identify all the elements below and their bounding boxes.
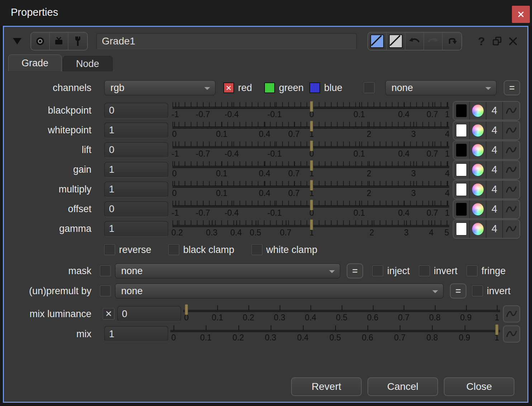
- parameter-slider[interactable]: -1-0.7-0.4-0.100.10.40.71: [172, 199, 449, 219]
- parameter-value-input[interactable]: [104, 123, 168, 138]
- slider-handle[interactable]: [310, 140, 313, 151]
- float-panel-button[interactable]: [489, 33, 505, 49]
- animation-curve-button[interactable]: [503, 141, 519, 159]
- slider-handle[interactable]: [185, 304, 188, 315]
- color-swatch-button[interactable]: [453, 181, 470, 199]
- extra-channels-dropdown[interactable]: none: [385, 80, 497, 95]
- inject-checkbox[interactable]: [372, 266, 383, 276]
- fringe-checkbox[interactable]: [467, 266, 478, 276]
- animation-curve-button[interactable]: [503, 305, 520, 323]
- parameter-value-input[interactable]: [104, 142, 168, 158]
- color-swatch-button[interactable]: [453, 102, 470, 120]
- color-wheel-button[interactable]: [470, 181, 486, 199]
- mask-checkbox[interactable]: [100, 266, 111, 276]
- slider-tick-label: 0.1: [216, 169, 227, 178]
- color-wheel-button[interactable]: [470, 161, 486, 179]
- color-swatch-button[interactable]: [453, 121, 470, 139]
- foreground-color-button[interactable]: [368, 33, 387, 50]
- center-node-button[interactable]: [31, 33, 50, 50]
- tab-grade[interactable]: Grade: [8, 54, 62, 71]
- premult-equals-button[interactable]: =: [450, 283, 466, 298]
- black-clamp-checkbox[interactable]: [168, 244, 179, 255]
- revert-button[interactable]: Revert: [291, 377, 362, 396]
- window-close-button[interactable]: [512, 6, 530, 23]
- premult-checkbox[interactable]: [100, 286, 111, 296]
- monitor-button[interactable]: [50, 33, 68, 50]
- background-color-button[interactable]: [387, 33, 405, 50]
- split-channels-button[interactable]: 4: [486, 102, 503, 120]
- parameter-value-input[interactable]: [104, 103, 168, 119]
- tab-node[interactable]: Node: [63, 56, 113, 71]
- color-wheel-button[interactable]: [470, 141, 486, 159]
- help-button[interactable]: ?: [474, 33, 489, 49]
- parameter-slider[interactable]: 0.20.30.40.50.712345: [172, 219, 449, 239]
- split-channels-button[interactable]: 4: [486, 121, 503, 139]
- slider-handle[interactable]: [310, 180, 313, 191]
- split-channels-button[interactable]: 4: [486, 220, 503, 238]
- parameter-value-input[interactable]: [104, 221, 168, 237]
- invert-mask-checkbox[interactable]: [419, 266, 430, 276]
- mask-equals-button[interactable]: =: [347, 263, 363, 278]
- parameter-widgets: 4: [453, 101, 520, 120]
- split-channels-button[interactable]: 4: [486, 200, 503, 218]
- redo-button[interactable]: [424, 33, 443, 50]
- animation-curve-button[interactable]: [503, 325, 520, 343]
- mix-value-input[interactable]: [104, 326, 168, 342]
- slider-handle[interactable]: [310, 160, 313, 171]
- reverse-checkbox[interactable]: [104, 244, 115, 255]
- slider-handle[interactable]: [310, 200, 313, 210]
- red-channel-checkbox[interactable]: ✕: [223, 82, 234, 93]
- slider-handle[interactable]: [310, 121, 313, 132]
- premult-invert-checkbox[interactable]: [472, 286, 483, 296]
- color-swatch-button[interactable]: [453, 161, 470, 179]
- parameter-slider[interactable]: -1-0.7-0.4-0.100.10.40.71: [172, 140, 449, 160]
- animation-curve-button[interactable]: [503, 161, 519, 179]
- split-channels-button[interactable]: 4: [486, 181, 503, 199]
- blue-channel-checkbox[interactable]: [309, 82, 320, 93]
- wrench-button[interactable]: [68, 33, 87, 50]
- slider-handle[interactable]: [310, 101, 313, 112]
- parameter-slider[interactable]: 00.10.40.71234: [172, 120, 449, 140]
- channels-dropdown[interactable]: rgb: [104, 80, 215, 95]
- color-wheel-button[interactable]: [470, 220, 486, 238]
- mix-slider[interactable]: 00.10.20.30.40.50.60.70.80.91: [170, 324, 500, 344]
- parameter-slider[interactable]: 00.10.40.71234: [172, 180, 449, 199]
- color-swatch-button[interactable]: [453, 200, 470, 218]
- parameter-value-input[interactable]: [104, 201, 168, 217]
- parameter-slider[interactable]: -1-0.7-0.4-0.100.10.40.71: [172, 101, 449, 120]
- extra-channel-checkbox[interactable]: [364, 82, 375, 93]
- color-wheel-button[interactable]: [470, 200, 486, 218]
- parameter-slider[interactable]: 00.10.40.71234: [172, 160, 449, 180]
- cancel-button[interactable]: Cancel: [367, 377, 438, 396]
- animation-curve-button[interactable]: [503, 102, 519, 120]
- green-channel-checkbox[interactable]: [264, 82, 275, 93]
- white-clamp-checkbox[interactable]: [252, 244, 262, 255]
- animation-curve-button[interactable]: [503, 181, 519, 199]
- undo-button[interactable]: [405, 33, 424, 50]
- mix-value-input[interactable]: [117, 306, 181, 322]
- close-button[interactable]: Close: [444, 377, 514, 396]
- slider-ticks: [183, 305, 500, 310]
- animation-curve-button[interactable]: [503, 220, 519, 238]
- parameter-value-input[interactable]: [104, 182, 168, 197]
- mix-enable-checkbox[interactable]: ✕: [103, 308, 114, 320]
- color-swatch-button[interactable]: [453, 220, 470, 238]
- premult-dropdown[interactable]: none: [115, 283, 443, 298]
- parameter-value-input[interactable]: [104, 162, 168, 178]
- mask-dropdown[interactable]: none: [115, 263, 340, 278]
- revert-state-button[interactable]: [443, 33, 461, 50]
- split-channels-button[interactable]: 4: [486, 161, 503, 179]
- slider-handle[interactable]: [310, 219, 313, 230]
- color-swatch-button[interactable]: [453, 141, 470, 159]
- node-name-input[interactable]: [96, 33, 357, 49]
- mix-slider[interactable]: 00.10.20.30.40.50.60.70.80.91: [183, 304, 500, 324]
- channels-equals-button[interactable]: =: [504, 80, 520, 95]
- slider-handle[interactable]: [495, 324, 498, 335]
- close-panel-button[interactable]: [505, 33, 521, 49]
- animation-curve-button[interactable]: [503, 200, 519, 218]
- animation-curve-button[interactable]: [503, 121, 519, 139]
- split-channels-button[interactable]: 4: [486, 141, 503, 159]
- color-wheel-button[interactable]: [470, 102, 486, 120]
- collapse-panel-button[interactable]: [9, 33, 25, 49]
- color-wheel-button[interactable]: [470, 121, 486, 139]
